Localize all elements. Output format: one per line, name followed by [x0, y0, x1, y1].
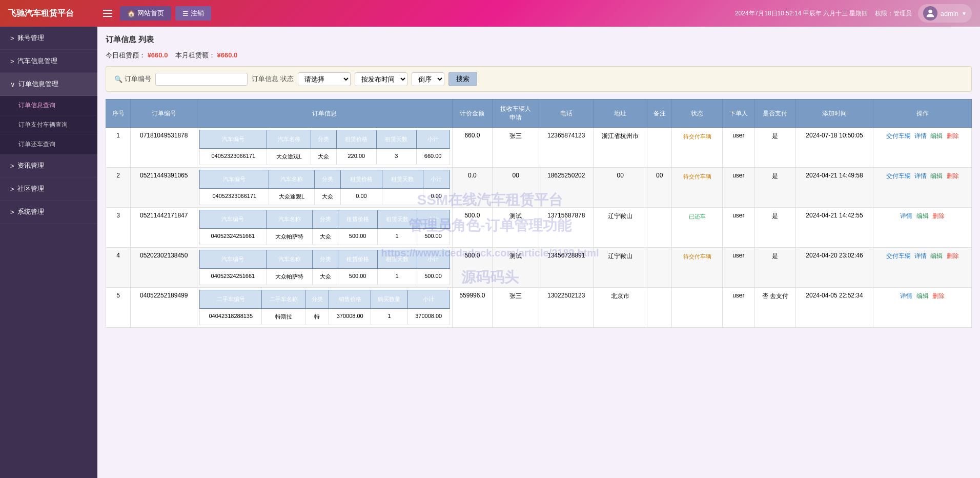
- orders-table: 序号 订单编号 订单信息 计价金额 接收车辆人申请 电话 地址 备注 状态 下单…: [106, 99, 972, 328]
- col-phone: 电话: [539, 99, 594, 128]
- status-select[interactable]: 请选择 待交付车辆 已还车 已取消: [298, 72, 351, 86]
- month-amount: ¥660.0: [217, 51, 237, 59]
- search-bar: 🔍 订单编号 订单信息 状态 请选择 待交付车辆 已还车 已取消 按发布时间 倒…: [106, 66, 972, 92]
- page-title: 订单信息 列表: [106, 35, 972, 45]
- table-header-row: 序号 订单编号 订单信息 计价金额 接收车辆人申请 电话 地址 备注 状态 下单…: [106, 99, 972, 128]
- dropdown-icon: ▼: [962, 11, 967, 16]
- action-编辑[interactable]: 编辑: [930, 252, 943, 260]
- cell-seq: 2: [106, 168, 131, 208]
- main-content: SSM在线汽车租赁平台 管理员角色-订单管理功能 https://www.ice…: [97, 27, 980, 478]
- action-编辑[interactable]: 编辑: [930, 172, 943, 180]
- action-编辑[interactable]: 编辑: [930, 132, 943, 140]
- cell-phone: 13456728891: [539, 248, 594, 288]
- action-详情[interactable]: 详情: [914, 132, 927, 140]
- cell-price: 0.0: [452, 168, 493, 208]
- svg-point-0: [928, 10, 932, 13]
- menu-toggle[interactable]: [100, 6, 115, 21]
- home-button[interactable]: 🏠 网站首页: [120, 6, 171, 21]
- app-logo: 飞驰汽车租赁平台: [8, 8, 90, 19]
- today-amount: ¥660.0: [148, 51, 168, 59]
- col-seq: 序号: [106, 99, 131, 128]
- sidebar-item-system[interactable]: > 系统管理: [0, 201, 97, 224]
- status-label: 订单信息 状态: [252, 74, 294, 84]
- order-select[interactable]: 倒序 正序: [412, 72, 444, 86]
- cell-user: user: [723, 208, 754, 248]
- cell-actions: 交付车辆 详情 编辑 删除: [873, 128, 972, 168]
- action-删除[interactable]: 删除: [947, 172, 959, 180]
- cell-actions: 详情 编辑 删除: [873, 208, 972, 248]
- sidebar-item-order-pay[interactable]: 订单支付车辆查询: [0, 115, 97, 135]
- table-row: 5 04052252189499 二手车编号二手车名称分类销售价格购买数量小计0…: [106, 288, 972, 328]
- cell-remark: [647, 208, 672, 248]
- cell-address: 00: [594, 168, 647, 208]
- cell-order-info: 汽车编号汽车名称分类租赁价格租赁天数小计04052323066171大众途观L大…: [197, 168, 452, 208]
- action-详情[interactable]: 详情: [900, 212, 912, 220]
- table-row: 4 05202302138450 汽车编号汽车名称分类租赁价格租赁天数小计040…: [106, 248, 972, 288]
- search-input[interactable]: [155, 73, 248, 86]
- sidebar-item-account[interactable]: > 账号管理: [0, 27, 97, 50]
- action-交付车辆[interactable]: 交付车辆: [886, 172, 911, 180]
- action-详情[interactable]: 详情: [914, 252, 927, 260]
- cell-receiver: 张三: [493, 128, 539, 168]
- cell-receiver: 00: [493, 168, 539, 208]
- cell-address: 辽宁鞍山: [594, 208, 647, 248]
- col-user: 下单人: [723, 99, 754, 128]
- cell-receiver: 张三: [493, 288, 539, 328]
- chevron-right-icon: >: [10, 57, 14, 65]
- sidebar-item-order[interactable]: ∨ 订单信息管理: [0, 73, 97, 96]
- col-order-info: 订单信息: [197, 99, 452, 128]
- cell-address: 辽宁鞍山: [594, 248, 647, 288]
- cell-add-time: 2024-04-20 23:02:46: [795, 248, 873, 288]
- cell-actions: 交付车辆 详情 编辑 删除: [873, 168, 972, 208]
- cell-order-info: 汽车编号汽车名称分类租赁价格租赁天数小计04052324251661大众帕萨特大…: [197, 208, 452, 248]
- cell-order-info: 汽车编号汽车名称分类租赁价格租赁天数小计04052323066171大众途观L大…: [197, 128, 452, 168]
- search-icon: 🔍: [114, 75, 122, 83]
- cell-receiver: 测试: [493, 208, 539, 248]
- cell-phone: 13022502123: [539, 288, 594, 328]
- cell-order-info: 汽车编号汽车名称分类租赁价格租赁天数小计04052324251661大众帕萨特大…: [197, 248, 452, 288]
- action-编辑[interactable]: 编辑: [916, 292, 929, 300]
- cell-add-time: 2024-04-21 14:49:58: [795, 168, 873, 208]
- col-order-id: 订单编号: [131, 99, 197, 128]
- action-交付车辆[interactable]: 交付车辆: [886, 132, 911, 140]
- action-删除[interactable]: 删除: [947, 132, 959, 140]
- action-交付车辆[interactable]: 交付车辆: [886, 252, 911, 260]
- sidebar-item-car[interactable]: > 汽车信息管理: [0, 50, 97, 73]
- cell-user: user: [723, 248, 754, 288]
- action-删除[interactable]: 删除: [932, 212, 945, 220]
- cell-remark: [647, 128, 672, 168]
- action-详情[interactable]: 详情: [900, 292, 912, 300]
- chevron-right-icon: >: [10, 34, 14, 42]
- sidebar-sub-order: 订单信息查询 订单支付车辆查询 订单还车查询: [0, 96, 97, 154]
- sidebar-item-news[interactable]: > 资讯管理: [0, 154, 97, 177]
- sidebar-item-community[interactable]: > 社区管理: [0, 177, 97, 201]
- cell-phone: 13715687878: [539, 208, 594, 248]
- cell-seq: 5: [106, 288, 131, 328]
- cell-order-info: 二手车编号二手车名称分类销售价格购买数量小计04042318288135特斯拉特…: [197, 288, 452, 328]
- sidebar-item-order-return[interactable]: 订单还车查询: [0, 135, 97, 154]
- search-button[interactable]: 搜索: [448, 72, 477, 86]
- cell-remark: 00: [647, 168, 672, 208]
- cell-paid: 是: [754, 248, 795, 288]
- summary-bar: 今日租赁额： ¥660.0 本月租赁额： ¥660.0: [106, 51, 972, 60]
- cell-user: user: [723, 168, 754, 208]
- table-row: 1 07181049531878 汽车编号汽车名称分类租赁价格租赁天数小计040…: [106, 128, 972, 168]
- cell-seq: 3: [106, 208, 131, 248]
- action-删除[interactable]: 删除: [947, 252, 959, 260]
- logout-button[interactable]: ☰ 注销: [175, 6, 211, 21]
- sort-by-select[interactable]: 按发布时间: [355, 72, 407, 86]
- cell-add-time: 2024-04-05 22:52:34: [795, 288, 873, 328]
- action-详情[interactable]: 详情: [914, 172, 927, 180]
- action-删除[interactable]: 删除: [932, 292, 945, 300]
- cell-actions: 交付车辆 详情 编辑 删除: [873, 248, 972, 288]
- search-icon-label: 🔍 订单编号: [114, 74, 151, 84]
- datetime-info: 2024年7月18日10:52:14 甲辰年 六月十三 星期四 权限：管理员: [735, 9, 912, 18]
- col-remark: 备注: [647, 99, 672, 128]
- cell-status: 待交付车辆: [672, 128, 723, 168]
- sidebar-item-order-query[interactable]: 订单信息查询: [0, 96, 97, 115]
- col-add-time: 添加时间: [795, 99, 873, 128]
- home-icon: 🏠: [127, 10, 135, 17]
- action-编辑[interactable]: 编辑: [916, 212, 929, 220]
- user-menu[interactable]: admin ▼: [918, 4, 972, 23]
- col-receiver: 接收车辆人申请: [493, 99, 539, 128]
